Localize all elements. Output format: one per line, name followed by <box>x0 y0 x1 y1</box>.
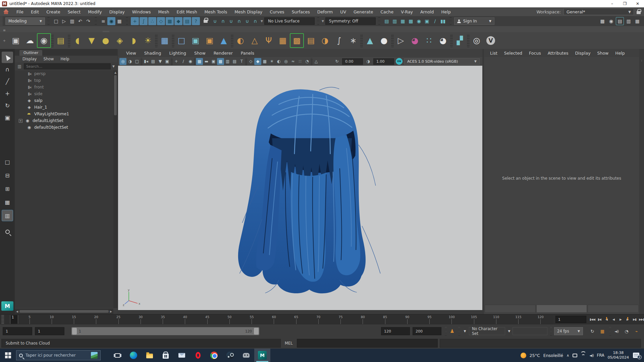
shelf-menu-icon[interactable]: ≡ <box>0 28 9 32</box>
scroll-right-icon[interactable]: ▶ <box>110 310 112 313</box>
divider[interactable] <box>47 17 50 25</box>
clock-icon[interactable]: ◔ <box>623 327 631 335</box>
character-set-icon[interactable]: ♟ <box>448 327 456 335</box>
vray-mtl-sphere-icon[interactable]: ◕ <box>408 33 422 48</box>
weather-temp[interactable]: 25°C <box>530 353 540 358</box>
render-settings-icon[interactable]: ▩ <box>407 17 415 25</box>
paint-select-tool[interactable]: ╱ <box>2 76 13 87</box>
command-result-field[interactable] <box>440 339 641 348</box>
menu-item[interactable]: Edit <box>27 9 43 14</box>
vray-tiles-icon[interactable]: ▤ <box>304 33 318 48</box>
colorspace-dropdown[interactable]: ACES 1.0 SDR-video (sRGB) ▼ <box>404 58 480 65</box>
file-explorer-icon[interactable] <box>142 349 158 362</box>
timeline-ruler[interactable]: 1 5 10 15 20 25 30 35 40 <box>5 314 553 324</box>
lights-icon[interactable]: ☀ <box>268 58 275 65</box>
select-tool[interactable] <box>2 52 13 63</box>
select-object-icon[interactable]: ◉ <box>107 17 115 25</box>
audio-icon[interactable]: ◄)) <box>612 327 621 335</box>
wireframe-icon[interactable]: ◇ <box>247 58 254 65</box>
menu-item[interactable]: UV <box>336 9 350 14</box>
steam-icon[interactable] <box>222 349 238 362</box>
motion-blur-icon[interactable]: ≈ <box>289 58 297 65</box>
field-chart-icon[interactable]: ▥ <box>224 58 231 65</box>
vray-swatches-icon[interactable]: ∷ <box>422 33 436 48</box>
snap-to-view-planes-icon[interactable]: ▦ <box>166 17 174 25</box>
expand-icon[interactable]: + <box>19 119 22 123</box>
divider[interactable] <box>317 17 319 25</box>
minimize-button[interactable]: – <box>606 0 619 7</box>
menu-set-dropdown[interactable]: Modeling ▼ <box>5 17 45 25</box>
isolate-select-icon[interactable]: △ <box>313 58 320 65</box>
safe-action-icon[interactable]: ▤ <box>231 58 238 65</box>
layout-four-pane[interactable]: ▦ <box>2 196 13 208</box>
vray-metaball-icon[interactable]: ● <box>377 33 391 48</box>
vray-infinite-plane-icon[interactable]: ▦ <box>158 33 172 48</box>
search-highlight-icon[interactable] <box>91 352 98 359</box>
safe-title-icon[interactable]: T <box>238 58 245 65</box>
undo-icon[interactable]: ↶ <box>76 17 84 25</box>
viewport-menu-item[interactable]: View <box>122 51 140 56</box>
outliner-menu-item[interactable]: Display <box>19 57 40 61</box>
start-button[interactable] <box>0 349 16 362</box>
play-forwards-button[interactable]: ▶ <box>617 315 624 323</box>
mail-icon[interactable] <box>174 349 190 362</box>
film-gate-icon[interactable]: ▬ <box>203 58 210 65</box>
tray-chevron-icon[interactable]: ∧ <box>567 353 569 358</box>
shelf-icon[interactable] <box>172 34 174 47</box>
vray-sun-light-icon[interactable]: ☀ <box>141 33 155 48</box>
outputs-from-selected-icon[interactable]: ∩ <box>219 17 227 25</box>
2d-pan-zoom-icon[interactable]: + <box>173 58 180 65</box>
gamma-icon[interactable]: ◑ <box>365 58 372 65</box>
outliner-menu-item[interactable]: Show <box>40 57 57 61</box>
outliner-tab[interactable]: Outliner <box>19 50 42 56</box>
chevron-down-icon[interactable]: ▼ <box>112 65 115 68</box>
layout-single-pane[interactable]: □ <box>2 156 13 168</box>
image-plane-icon[interactable]: ▣ <box>164 58 171 65</box>
select-by-output-icon[interactable]: ∪ <box>243 17 251 25</box>
playback-start-field[interactable]: 1 <box>35 327 64 335</box>
vray-about-icon[interactable]: V <box>484 33 498 48</box>
workspace-lock-icon[interactable] <box>637 11 641 14</box>
cached-playback-icon[interactable]: ▦ <box>598 327 606 335</box>
vray-sphere-icon[interactable]: ◑ <box>318 33 332 48</box>
step-back-key-button[interactable]: ◀ <box>603 315 610 323</box>
divider[interactable] <box>126 17 128 25</box>
scroll-left-icon[interactable]: ◀ <box>16 310 18 313</box>
tab-attribute-editor[interactable] <box>641 60 642 62</box>
snap-to-projected-center-icon[interactable]: ◇ <box>157 17 165 25</box>
hypershade-icon[interactable]: ◉ <box>415 17 423 25</box>
attribute-editor-menu-item[interactable]: Show <box>594 51 612 56</box>
outliner-item-top[interactable]: + top <box>15 77 113 84</box>
attribute-editor-menu-item[interactable]: Selected <box>501 51 526 56</box>
go-to-end-button[interactable]: ▶▶▮ <box>638 315 644 323</box>
construction-history-icon[interactable]: ∪ <box>227 17 235 25</box>
maya-taskbar-icon[interactable]: M <box>254 349 270 362</box>
tool-settings-toggle[interactable]: ▥ <box>625 17 633 25</box>
wifi-icon[interactable] <box>581 353 586 357</box>
attribute-editor-toggle[interactable]: ▤ <box>616 17 624 25</box>
vray-toon-icon[interactable]: ◕ <box>436 33 450 48</box>
outliner-search-input[interactable] <box>24 63 111 69</box>
current-frame-field[interactable]: 1 <box>555 316 586 323</box>
render-view-icon[interactable]: ▤ <box>383 17 391 25</box>
menu-item[interactable]: Select <box>64 9 85 14</box>
make-live-icon[interactable]: ◆ <box>174 17 182 25</box>
vray-dome-light-icon[interactable]: ◖ <box>70 33 85 48</box>
gate-mask-icon[interactable]: ▩ <box>217 58 224 65</box>
select-camera-icon[interactable]: ▮◂ <box>143 58 150 65</box>
camera-bookmark-icon[interactable]: ▼ <box>157 58 164 65</box>
animation-start-field[interactable]: 1 <box>3 327 32 335</box>
screen-ao-icon[interactable]: ◎ <box>282 58 289 65</box>
smooth-shade-icon[interactable]: ◆ <box>254 58 261 65</box>
hypergraph-magnifier-icon[interactable] <box>2 226 13 237</box>
rotate-tool[interactable]: ↻ <box>2 100 13 111</box>
gamma-field[interactable]: 1.00 <box>373 58 394 65</box>
anim-layer-dropdown[interactable] <box>513 327 547 335</box>
shelf-edit-icon[interactable]: + <box>0 39 9 43</box>
select-component-icon[interactable]: ▦ <box>115 17 123 25</box>
vray-proxy-import-icon[interactable]: ▣ <box>189 33 203 48</box>
menu-item[interactable]: Create <box>43 9 64 14</box>
menu-item[interactable]: Curves <box>266 9 288 14</box>
snap-to-curves-icon[interactable]: ∫ <box>140 17 148 25</box>
chevron-down-icon[interactable]: ▼ <box>505 327 513 335</box>
